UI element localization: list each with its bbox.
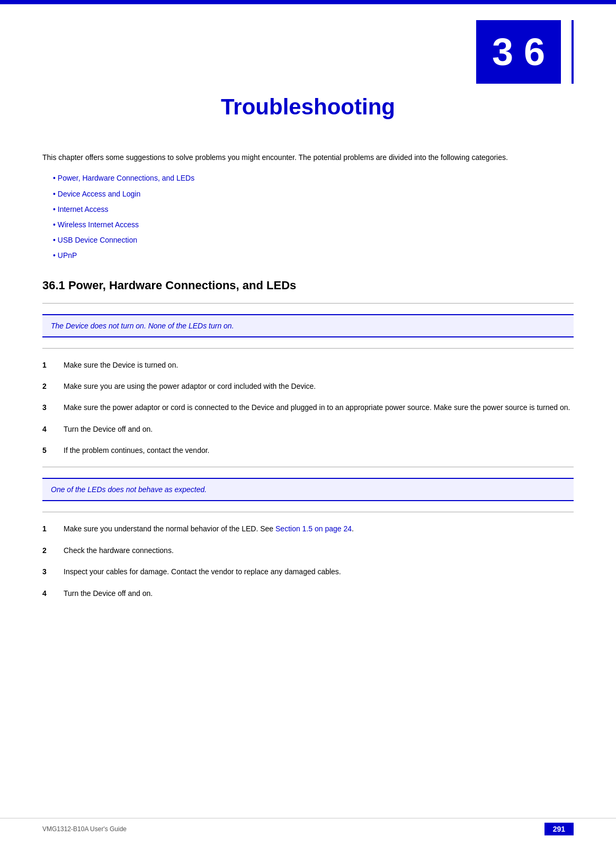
- step-text-2-3: Inspect your cables for damage. Contact …: [64, 566, 574, 577]
- step-num-2-3: 3: [42, 566, 58, 577]
- step-num-1-2: 2: [42, 380, 58, 392]
- toc-link-device-access[interactable]: Device Access and Login: [58, 190, 140, 198]
- step-text-1-2: Make sure you are using the power adapto…: [64, 380, 574, 392]
- problem-text-2: One of the LEDs does not behave as expec…: [51, 485, 565, 494]
- step-2-3: 3 Inspect your cables for damage. Contac…: [42, 566, 574, 577]
- chapter-title: Troubleshooting: [42, 94, 574, 120]
- chapter-number-block: 3 6: [476, 20, 561, 84]
- step-num-2-1: 1: [42, 523, 58, 535]
- toc-item-device-access[interactable]: Device Access and Login: [53, 188, 574, 201]
- step-num-1-3: 3: [42, 402, 58, 413]
- divider-3: [42, 467, 574, 467]
- toc-item-internet[interactable]: Internet Access: [53, 203, 574, 216]
- section1-heading: 36.1 Power, Hardware Connections, and LE…: [42, 279, 574, 295]
- step-text-2-4: Turn the Device off and on.: [64, 587, 574, 599]
- divider-1: [42, 303, 574, 304]
- problem-text-1: The Device does not turn on. None of the…: [51, 322, 565, 330]
- step-text-1-3: Make sure the power adaptor or cord is c…: [64, 402, 574, 413]
- toc-link-power[interactable]: Power, Hardware Connections, and LEDs: [58, 174, 194, 182]
- content-area: This chapter offers some suggestions to …: [0, 141, 616, 642]
- step-2-1: 1 Make sure you understand the normal be…: [42, 523, 574, 535]
- footer-page-number: 291: [544, 823, 574, 835]
- toc-link-wireless[interactable]: Wireless Internet Access: [58, 220, 139, 229]
- step-1-1: 1 Make sure the Device is turned on.: [42, 359, 574, 371]
- step-num-2-2: 2: [42, 545, 58, 556]
- toc-item-wireless[interactable]: Wireless Internet Access: [53, 218, 574, 231]
- step-1-4: 4 Turn the Device off and on.: [42, 423, 574, 435]
- step-num-1-1: 1: [42, 359, 58, 371]
- step-text-1-1: Make sure the Device is turned on.: [64, 359, 574, 371]
- step-text-1-5: If the problem continues, contact the ve…: [64, 444, 574, 456]
- toc-item-power[interactable]: Power, Hardware Connections, and LEDs: [53, 172, 574, 185]
- section-link[interactable]: Section 1.5 on page 24: [275, 524, 352, 533]
- step-2-2: 2 Check the hardware connections.: [42, 545, 574, 556]
- footer-product: VMG1312-B10A User's Guide: [42, 825, 127, 833]
- problem-box-2: One of the LEDs does not behave as expec…: [42, 478, 574, 501]
- vertical-divider: [572, 20, 574, 84]
- intro-text: This chapter offers some suggestions to …: [42, 152, 574, 163]
- toc-link-internet[interactable]: Internet Access: [58, 205, 109, 213]
- step-num-1-4: 4: [42, 423, 58, 435]
- steps-list-1: 1 Make sure the Device is turned on. 2 M…: [42, 359, 574, 457]
- page-footer: VMG1312-B10A User's Guide 291: [0, 818, 616, 835]
- toc-item-upnp[interactable]: UPnP: [53, 249, 574, 262]
- step-text-1-4: Turn the Device off and on.: [64, 423, 574, 435]
- problem-box-1: The Device does not turn on. None of the…: [42, 314, 574, 337]
- toc-item-usb[interactable]: USB Device Connection: [53, 234, 574, 247]
- step-2-4: 4 Turn the Device off and on.: [42, 587, 574, 599]
- steps-list-2: 1 Make sure you understand the normal be…: [42, 523, 574, 599]
- step-num-2-4: 4: [42, 587, 58, 599]
- chapter-title-area: Troubleshooting: [42, 94, 574, 120]
- step-1-2: 2 Make sure you are using the power adap…: [42, 380, 574, 392]
- divider-2: [42, 348, 574, 349]
- step-text-2-1: Make sure you understand the normal beha…: [64, 523, 574, 535]
- toc-link-usb[interactable]: USB Device Connection: [58, 236, 137, 244]
- chapter-header-row: 3 6: [0, 4, 616, 89]
- divider-4: [42, 512, 574, 512]
- chapter-number: 3 6: [492, 30, 545, 74]
- page-container: 3 6 Troubleshooting This chapter offers …: [0, 0, 616, 846]
- toc-list: Power, Hardware Connections, and LEDs De…: [53, 172, 574, 262]
- step-1-5: 5 If the problem continues, contact the …: [42, 444, 574, 456]
- step-1-3: 3 Make sure the power adaptor or cord is…: [42, 402, 574, 413]
- step-num-1-5: 5: [42, 444, 58, 456]
- step-text-2-2: Check the hardware connections.: [64, 545, 574, 556]
- top-blue-bar: [0, 0, 616, 4]
- toc-link-upnp[interactable]: UPnP: [58, 251, 77, 260]
